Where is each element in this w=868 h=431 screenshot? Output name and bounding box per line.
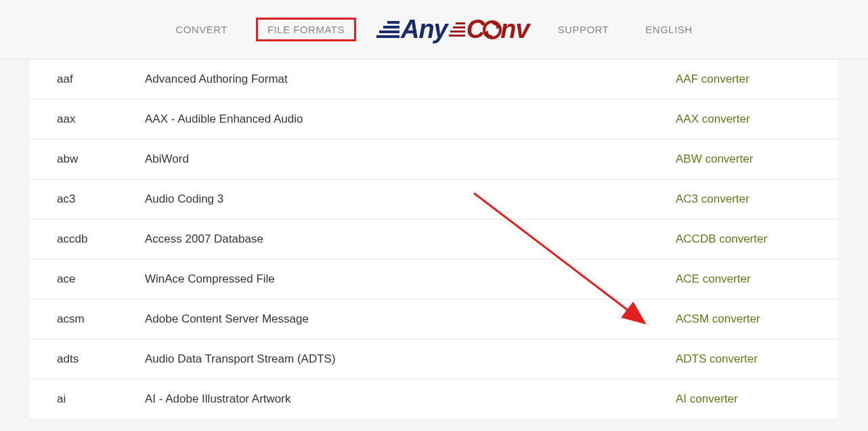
table-row: ac3Audio Coding 3AC3 converter [30,180,838,220]
converter-link[interactable]: ACCDB converter [676,232,767,245]
table-row: aiAI - Adobe Illustrator ArtworkAI conve… [30,379,838,419]
nav-support[interactable]: SUPPORT [550,18,617,41]
format-extension: ai [30,379,145,419]
converter-link[interactable]: ACE converter [676,272,751,285]
converter-link[interactable]: AAF converter [676,73,750,85]
format-extension: adts [30,340,145,379]
svg-rect-7 [449,35,465,37]
svg-rect-4 [456,22,465,24]
format-extension: aaf [30,60,145,100]
nav-convert[interactable]: CONVERT [167,18,236,41]
svg-rect-6 [450,30,465,33]
format-extension: accdb [30,220,145,260]
header: CONVERT FILE FORMATS Any C nv SUPPORT EN… [0,0,868,60]
table-row: acsmAdobe Content Server MessageACSM con… [30,300,838,340]
format-description: AI - Adobe Illustrator Artwork [145,379,676,419]
converter-link[interactable]: AAX converter [676,112,750,125]
converter-link[interactable]: ABW converter [676,152,753,165]
format-extension: aax [30,100,145,140]
table-row: aafAdvanced Authoring FormatAAF converte… [30,60,838,100]
nav-file-formats[interactable]: FILE FORMATS [256,18,356,41]
logo-text-c: C [466,15,484,44]
format-description: Advanced Authoring Format [145,60,676,100]
format-description: Adobe Content Server Message [145,300,676,340]
table-row: abwAbiWordABW converter [30,140,838,180]
converter-link[interactable]: ADTS converter [676,352,758,365]
format-extension: acsm [30,300,145,340]
format-extension: ac3 [30,180,145,220]
format-description: AbiWord [145,140,676,180]
stripes-left-icon [376,20,399,40]
table-row: aceWinAce Compressed FileACE converter [30,260,838,300]
nav-english[interactable]: ENGLISH [637,18,700,41]
svg-rect-3 [376,35,399,38]
svg-rect-2 [379,30,399,33]
stripes-right-icon [449,21,465,39]
logo-text-any: Any [401,15,448,44]
format-description: AAX - Audible Enhanced Audio [145,100,676,140]
format-description: Audio Data Transport Stream (ADTS) [145,340,676,379]
table-row: aaxAAX - Audible Enhanced AudioAAX conve… [30,100,838,140]
table-row: accdbAccess 2007 DatabaseACCDB converter [30,220,838,260]
format-description: Access 2007 Database [145,220,676,260]
format-description: Audio Coding 3 [145,180,676,220]
format-extension: ace [30,260,145,300]
logo[interactable]: Any C nv [376,15,529,44]
logo-text-nv: nv [500,15,529,44]
table-row: adtsAudio Data Transport Stream (ADTS)AD… [30,340,838,379]
converter-link[interactable]: AI converter [676,392,738,405]
format-description: WinAce Compressed File [145,260,676,300]
format-extension: abw [30,140,145,180]
format-table: aafAdvanced Authoring FormatAAF converte… [30,60,838,419]
refresh-icon [483,20,502,39]
svg-rect-1 [383,26,399,28]
svg-rect-0 [387,21,399,24]
converter-link[interactable]: ACSM converter [676,312,760,325]
content: aafAdvanced Authoring FormatAAF converte… [30,60,838,419]
converter-link[interactable]: AC3 converter [676,192,750,205]
svg-rect-5 [453,26,465,28]
